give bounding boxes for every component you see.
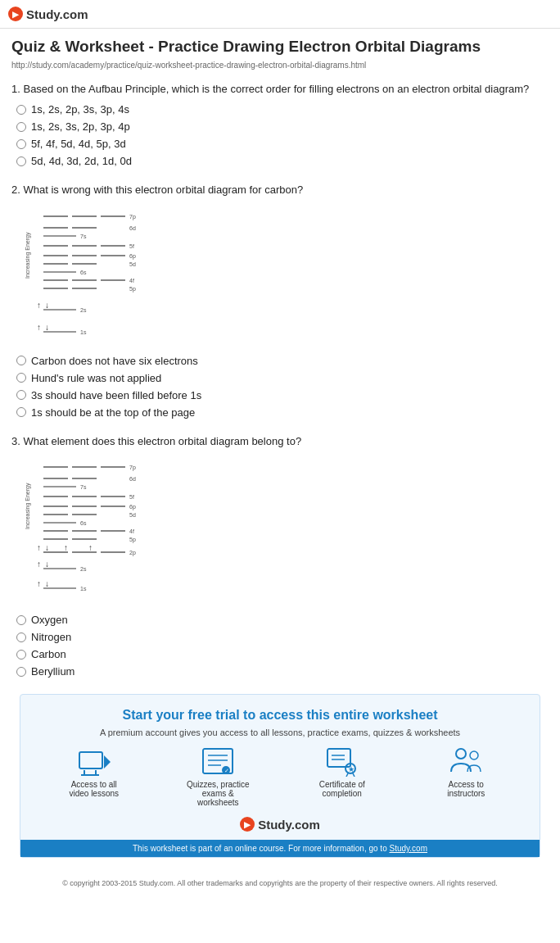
svg-line-100: [346, 773, 348, 777]
page-title: Quiz & Worksheet - Practice Drawing Elec…: [11, 37, 549, 57]
option-label: Oxygen: [31, 614, 68, 626]
promo-box: Start your free trial to access this ent…: [20, 694, 540, 858]
svg-text:6p: 6p: [129, 253, 136, 260]
svg-text:7s: 7s: [80, 484, 87, 490]
option-label: 3s should have been filled before 1s: [31, 389, 201, 401]
promo-subtitle: A premium account gives you access to al…: [32, 728, 528, 737]
option-label: 1s, 2s, 3s, 2p, 3p, 4p: [31, 120, 130, 133]
list-item[interactable]: Beryllium: [16, 665, 549, 678]
main-content: Quiz & Worksheet - Practice Drawing Elec…: [0, 29, 560, 900]
svg-text:↑: ↑: [37, 560, 41, 569]
option-label: Beryllium: [31, 665, 75, 678]
question-2-text: 2. What is wrong with this electron orbi…: [11, 182, 549, 198]
quiz-label: Quizzes, practiceexams & worksheets: [185, 780, 251, 807]
quiz-icon: ✓: [201, 747, 234, 777]
svg-text:6d: 6d: [129, 225, 136, 231]
svg-text:5f: 5f: [129, 243, 134, 249]
logo-text: Study.com: [26, 7, 88, 21]
svg-text:Increasing Energy: Increasing Energy: [25, 483, 31, 529]
svg-point-103: [470, 751, 478, 759]
banner-link[interactable]: Study.com: [389, 844, 427, 853]
svg-text:4f: 4f: [129, 528, 134, 534]
svg-text:5d: 5d: [129, 512, 136, 518]
radio-button[interactable]: [16, 122, 26, 132]
video-label: Access to allvideo lessons: [69, 780, 119, 798]
option-label: 5f, 4f, 5d, 4d, 5p, 3d: [31, 138, 126, 150]
radio-button[interactable]: [16, 105, 26, 115]
svg-text:7s: 7s: [80, 233, 87, 239]
promo-logo-text: Study.com: [258, 818, 320, 832]
promo-banner: This worksheet is part of an online cour…: [20, 840, 540, 857]
question-3-number: 3.: [11, 435, 23, 447]
svg-text:Increasing Energy: Increasing Energy: [25, 232, 31, 279]
list-item[interactable]: 5f, 4f, 5d, 4d, 5p, 3d: [16, 138, 549, 150]
promo-feature-instructor: Access toinstructors: [433, 747, 499, 807]
header: ▶ Study.com: [0, 0, 560, 29]
question-1-options: 1s, 2s, 2p, 3s, 3p, 4s 1s, 2s, 3s, 2p, 3…: [11, 103, 549, 167]
list-item[interactable]: Oxygen: [16, 614, 549, 626]
list-item[interactable]: Carbon does not have six electrons: [16, 355, 549, 367]
video-icon: [78, 747, 111, 777]
list-item[interactable]: Carbon: [16, 648, 549, 660]
list-item[interactable]: Nitrogen: [16, 631, 549, 643]
radio-button[interactable]: [16, 356, 26, 365]
radio-button[interactable]: [16, 650, 26, 660]
svg-text:↓: ↓: [45, 323, 49, 332]
question-1-number: 1.: [11, 83, 23, 95]
svg-text:6s: 6s: [80, 270, 87, 275]
copyright-text: © copyright 2003-2015 Study.com. All oth…: [20, 874, 540, 892]
list-item[interactable]: 1s, 2s, 3s, 2p, 3p, 4p: [16, 120, 549, 133]
page-url: http://study.com/academy/practice/quiz-w…: [11, 61, 549, 70]
option-label: 1s, 2s, 2p, 3s, 3p, 4s: [31, 103, 129, 116]
svg-text:6p: 6p: [129, 504, 136, 510]
svg-text:2p: 2p: [129, 550, 136, 556]
svg-text:↓: ↓: [45, 301, 49, 310]
svg-marker-85: [104, 755, 111, 768]
svg-text:2s: 2s: [80, 566, 87, 572]
list-item[interactable]: 3s should have been filled before 1s: [16, 389, 549, 401]
diagram-svg: Increasing Energy 7p 6d 7s 5f: [23, 205, 183, 348]
svg-text:6s: 6s: [80, 520, 87, 526]
promo-feature-video: Access to allvideo lessons: [61, 747, 127, 807]
list-item[interactable]: 5d, 4d, 3d, 2d, 1d, 0d: [16, 155, 549, 167]
svg-text:5p: 5p: [129, 286, 136, 292]
svg-line-101: [353, 773, 355, 777]
radio-button[interactable]: [16, 632, 26, 642]
question-1-text: 1. Based on the Aufbau Principle, which …: [11, 81, 549, 97]
list-item[interactable]: 1s should be at the top of the page: [16, 406, 549, 419]
svg-text:↓: ↓: [45, 579, 49, 588]
svg-text:↑: ↑: [37, 323, 41, 332]
question-1: 1. Based on the Aufbau Principle, which …: [11, 81, 549, 168]
radio-button[interactable]: [16, 390, 26, 400]
option-label: 5d, 4d, 3d, 2d, 1d, 0d: [31, 155, 132, 167]
svg-text:6d: 6d: [129, 476, 136, 482]
radio-button[interactable]: [16, 667, 26, 677]
radio-button[interactable]: [16, 373, 26, 383]
svg-text:↑: ↑: [37, 543, 41, 552]
question-3-options: Oxygen Nitrogen Carbon Beryllium: [11, 614, 549, 678]
banner-text: This worksheet is part of an online cour…: [133, 844, 387, 853]
svg-text:↑: ↑: [37, 579, 41, 588]
svg-point-102: [456, 749, 466, 759]
radio-button[interactable]: [16, 139, 26, 149]
promo-feature-cert: ★ Certificate ofcompletion: [309, 747, 375, 807]
radio-button[interactable]: [16, 615, 26, 625]
svg-text:★: ★: [348, 765, 355, 773]
svg-text:5f: 5f: [129, 494, 134, 500]
question-2: 2. What is wrong with this electron orbi…: [11, 182, 549, 419]
svg-text:1s: 1s: [80, 329, 87, 335]
promo-feature-quiz: ✓ Quizzes, practiceexams & worksheets: [185, 747, 251, 807]
svg-text:5d: 5d: [129, 261, 136, 267]
radio-button[interactable]: [16, 156, 26, 166]
question-2-number: 2.: [11, 184, 23, 196]
svg-text:2s: 2s: [80, 307, 87, 313]
svg-text:↑: ↑: [88, 543, 93, 552]
instructor-label: Access toinstructors: [447, 780, 485, 798]
svg-text:7p: 7p: [129, 465, 136, 471]
radio-button[interactable]: [16, 407, 26, 417]
option-label: Hund's rule was not applied: [31, 372, 161, 384]
question-3-text: 3. What element does this electron orbit…: [11, 433, 549, 450]
cert-icon: ★: [326, 747, 359, 777]
list-item[interactable]: 1s, 2s, 2p, 3s, 3p, 4s: [16, 103, 549, 116]
list-item[interactable]: Hund's rule was not applied: [16, 372, 549, 384]
